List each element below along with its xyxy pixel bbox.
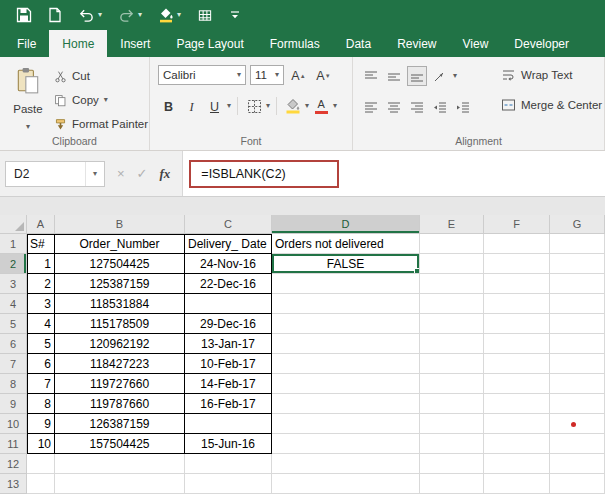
cell-D11[interactable] <box>272 434 420 454</box>
cell-G13[interactable] <box>550 474 605 494</box>
cell-D3[interactable] <box>272 274 420 294</box>
cell-G12[interactable] <box>550 454 605 474</box>
cell-G6[interactable] <box>550 334 605 354</box>
font-color-button[interactable]: A <box>311 96 331 116</box>
copy-button[interactable]: Copy ▾ <box>54 90 148 110</box>
cell-B9[interactable]: 119787660 <box>55 394 185 414</box>
cell-C12[interactable] <box>185 454 272 474</box>
cell-E6[interactable] <box>420 334 484 354</box>
cell-D8[interactable] <box>272 374 420 394</box>
undo-button[interactable]: ▾ <box>78 8 102 23</box>
align-middle-button[interactable] <box>384 66 404 86</box>
cell-C10[interactable] <box>185 414 272 434</box>
decrease-indent-button[interactable] <box>430 97 450 117</box>
cell-F5[interactable] <box>484 314 550 334</box>
cell-E2[interactable] <box>420 254 484 274</box>
cell-C9[interactable]: 16-Feb-17 <box>185 394 272 414</box>
cell-A4[interactable]: 3 <box>27 294 55 314</box>
cell-B6[interactable]: 120962192 <box>55 334 185 354</box>
increase-indent-button[interactable] <box>453 97 473 117</box>
cell-D1[interactable]: Orders not delivered <box>272 234 420 254</box>
column-header-C[interactable]: C <box>185 215 272 234</box>
row-header-8[interactable]: 8 <box>0 374 27 394</box>
cell-D4[interactable] <box>272 294 420 314</box>
row-header-12[interactable]: 12 <box>0 454 27 474</box>
cell-C13[interactable] <box>185 474 272 494</box>
cell-C5[interactable]: 29-Dec-16 <box>185 314 272 334</box>
format-painter-button[interactable]: Format Painter <box>54 114 148 134</box>
wrap-text-button[interactable]: Wrap Text <box>501 68 572 82</box>
cell-C1[interactable]: Delivery_ Date <box>185 234 272 254</box>
cell-A6[interactable]: 5 <box>27 334 55 354</box>
enter-button[interactable]: ✓ <box>137 166 148 181</box>
paste-button[interactable]: Paste ▾ <box>7 64 49 134</box>
row-header-7[interactable]: 7 <box>0 354 27 374</box>
column-header-E[interactable]: E <box>420 215 484 234</box>
align-top-button[interactable] <box>361 66 381 86</box>
cell-A5[interactable]: 4 <box>27 314 55 334</box>
cut-button[interactable]: Cut <box>54 66 148 86</box>
cell-E12[interactable] <box>420 454 484 474</box>
cell-G7[interactable] <box>550 354 605 374</box>
italic-button[interactable]: I <box>181 96 202 116</box>
cell-D2[interactable]: FALSE <box>272 254 420 274</box>
cell-F9[interactable] <box>484 394 550 414</box>
cell-C6[interactable]: 13-Jan-17 <box>185 334 272 354</box>
cell-E1[interactable] <box>420 234 484 254</box>
column-header-F[interactable]: F <box>484 215 550 234</box>
name-box[interactable]: D2 ▾ <box>5 161 105 187</box>
cell-F6[interactable] <box>484 334 550 354</box>
cell-G3[interactable] <box>550 274 605 294</box>
select-all-corner[interactable] <box>0 215 27 234</box>
row-header-3[interactable]: 3 <box>0 274 27 294</box>
cell-A7[interactable]: 6 <box>27 354 55 374</box>
cell-B12[interactable] <box>55 454 185 474</box>
cell-F4[interactable] <box>484 294 550 314</box>
cell-F3[interactable] <box>484 274 550 294</box>
cell-B13[interactable] <box>55 474 185 494</box>
redo-caret-icon[interactable]: ▾ <box>138 11 142 19</box>
cell-B11[interactable]: 157504425 <box>55 434 185 454</box>
cell-D10[interactable] <box>272 414 420 434</box>
tab-file[interactable]: File <box>4 30 49 57</box>
cell-A13[interactable] <box>27 474 55 494</box>
align-bottom-button[interactable] <box>407 66 427 86</box>
cell-B3[interactable]: 125387159 <box>55 274 185 294</box>
cell-G9[interactable] <box>550 394 605 414</box>
cell-B5[interactable]: 115178509 <box>55 314 185 334</box>
cell-A9[interactable]: 8 <box>27 394 55 414</box>
redo-button[interactable]: ▾ <box>118 8 142 23</box>
cell-A2[interactable]: 1 <box>27 254 55 274</box>
align-right-button[interactable] <box>407 97 427 117</box>
tab-view[interactable]: View <box>450 30 502 57</box>
new-file-button[interactable] <box>48 7 62 23</box>
tab-page-layout[interactable]: Page Layout <box>163 30 256 57</box>
row-header-6[interactable]: 6 <box>0 334 27 354</box>
row-header-5[interactable]: 5 <box>0 314 27 334</box>
cell-D6[interactable] <box>272 334 420 354</box>
cell-B4[interactable]: 118531884 <box>55 294 185 314</box>
cell-G10[interactable] <box>550 414 605 434</box>
column-header-G[interactable]: G <box>550 215 605 234</box>
underline-caret-icon[interactable]: ▾ <box>227 102 231 110</box>
fill-color-caret-icon[interactable]: ▾ <box>177 11 181 19</box>
cell-C2[interactable]: 24-Nov-16 <box>185 254 272 274</box>
tab-developer[interactable]: Developer <box>501 30 582 57</box>
row-header-9[interactable]: 9 <box>0 394 27 414</box>
cell-F11[interactable] <box>484 434 550 454</box>
quick-fill-color-button[interactable]: ▾ <box>158 7 181 23</box>
customize-quick-access-button[interactable] <box>229 9 241 21</box>
cell-F1[interactable] <box>484 234 550 254</box>
row-header-1[interactable]: 1 <box>0 234 27 254</box>
cell-F13[interactable] <box>484 474 550 494</box>
font-name-select[interactable]: Calibri ▾ <box>158 65 246 85</box>
cell-G11[interactable] <box>550 434 605 454</box>
cell-A3[interactable]: 2 <box>27 274 55 294</box>
cell-G2[interactable] <box>550 254 605 274</box>
cell-F8[interactable] <box>484 374 550 394</box>
cell-F2[interactable] <box>484 254 550 274</box>
cell-F7[interactable] <box>484 354 550 374</box>
align-left-button[interactable] <box>361 97 381 117</box>
cell-A12[interactable] <box>27 454 55 474</box>
cell-D9[interactable] <box>272 394 420 414</box>
